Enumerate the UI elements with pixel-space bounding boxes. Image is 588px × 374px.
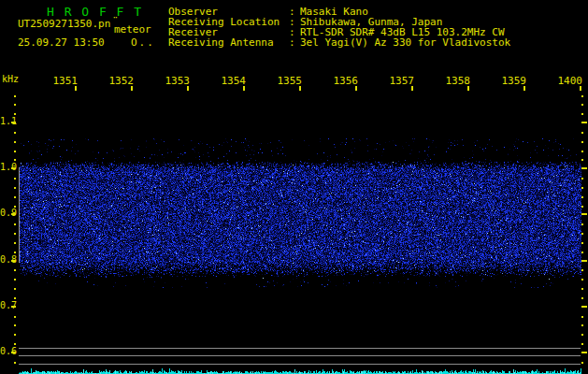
axis-tick <box>14 95 16 97</box>
axis-tick <box>580 86 581 91</box>
app-title: H R O F F T <box>47 5 143 19</box>
axis-tick <box>14 242 16 244</box>
axis-tick <box>523 86 525 91</box>
axis-tick <box>14 252 16 253</box>
reference-line <box>19 355 581 356</box>
axis-tick <box>581 223 583 225</box>
mode-label: meteor <box>114 24 151 35</box>
axis-tick <box>581 187 583 189</box>
axis-tick <box>14 206 16 208</box>
axis-tick <box>243 86 245 91</box>
axis-tick <box>581 159 583 161</box>
axis-tick <box>14 159 16 161</box>
datetime-label: 25.09.27 13:50 <box>18 37 105 48</box>
axis-tick <box>11 213 16 215</box>
header-row-antenna: Receiving Antenna : 3el Yagi(V) Az 330 f… <box>168 37 588 48</box>
x-tick-label: 1353 <box>164 76 190 86</box>
axis-tick <box>14 141 16 143</box>
x-tick-label: 1355 <box>276 76 302 86</box>
axis-tick <box>187 86 189 91</box>
axis-tick <box>14 362 16 364</box>
axis-tick <box>14 132 16 134</box>
x-tick-label: 1357 <box>388 76 414 86</box>
hrofft-window: H R O F F T UT2509271350.pn ¨ meteor 25.… <box>0 0 588 374</box>
axis-tick <box>581 306 587 308</box>
status-indicator: O.. <box>131 37 155 48</box>
x-tick-label: 1351 <box>51 76 78 86</box>
filename: UT2509271350.pn <box>18 19 110 29</box>
axis-tick <box>14 113 16 115</box>
signal-strength-strip-canvas <box>19 365 581 374</box>
axis-tick <box>581 316 583 318</box>
axis-tick <box>467 86 469 91</box>
axis-tick <box>581 252 583 253</box>
x-tick-label: 1358 <box>444 76 470 86</box>
header-label: Receiving Antenna <box>168 37 274 48</box>
x-tick-label: 1354 <box>220 76 246 86</box>
axis-tick <box>14 316 16 318</box>
axis-tick <box>14 104 16 106</box>
header-colon: : <box>289 37 295 48</box>
x-tick-label: 1352 <box>108 76 134 86</box>
axis-tick <box>581 132 583 134</box>
axis-tick <box>581 206 583 208</box>
axis-tick <box>581 104 583 106</box>
axis-tick <box>581 324 583 326</box>
axis-tick <box>14 297 16 299</box>
axis-tick <box>355 86 357 91</box>
axis-tick <box>11 260 16 262</box>
axis-tick <box>581 242 583 244</box>
axis-tick <box>14 196 16 198</box>
axis-tick <box>14 334 16 336</box>
axis-tick <box>581 260 587 262</box>
axis-tick <box>11 352 16 353</box>
x-tick-label: 1400 <box>556 76 582 86</box>
axis-tick <box>411 86 413 91</box>
axis-tick <box>11 167 16 169</box>
axis-tick <box>581 213 587 215</box>
axis-tick <box>14 343 16 345</box>
axis-tick <box>14 279 16 280</box>
axis-tick <box>11 306 16 308</box>
axis-tick <box>14 223 16 225</box>
y-axis-unit-label: kHz <box>2 75 19 84</box>
axis-tick <box>14 324 16 326</box>
axis-tick <box>581 334 583 336</box>
axis-tick <box>581 113 583 115</box>
axis-tick <box>581 167 587 169</box>
axis-tick <box>581 178 583 180</box>
axis-tick <box>581 233 583 235</box>
axis-tick <box>14 178 16 180</box>
x-tick-label: 1359 <box>500 76 526 86</box>
axis-tick <box>581 196 583 198</box>
axis-tick <box>581 362 583 364</box>
axis-tick <box>14 151 16 152</box>
axis-tick <box>131 86 133 91</box>
reference-line <box>19 348 581 349</box>
axis-tick <box>14 233 16 235</box>
axis-tick <box>581 297 583 299</box>
axis-tick <box>581 95 583 97</box>
axis-tick <box>14 269 16 271</box>
axis-tick <box>581 343 583 345</box>
axis-tick <box>581 141 583 143</box>
axis-tick <box>581 288 583 290</box>
spectrogram-noise-canvas <box>19 131 581 290</box>
header-value: 3el Yagi(V) Az 330 for Vladivostok <box>300 37 510 48</box>
axis-tick <box>299 86 301 91</box>
axis-tick <box>11 122 16 123</box>
axis-tick <box>581 269 583 271</box>
axis-tick <box>14 288 16 290</box>
axis-tick <box>581 122 587 123</box>
axis-tick <box>581 279 583 280</box>
noise-band-left-edge-line <box>19 167 20 263</box>
x-tick-label: 1356 <box>332 76 358 86</box>
axis-tick <box>581 352 587 353</box>
axis-tick <box>75 86 77 91</box>
axis-tick <box>581 151 583 152</box>
axis-tick <box>14 187 16 189</box>
